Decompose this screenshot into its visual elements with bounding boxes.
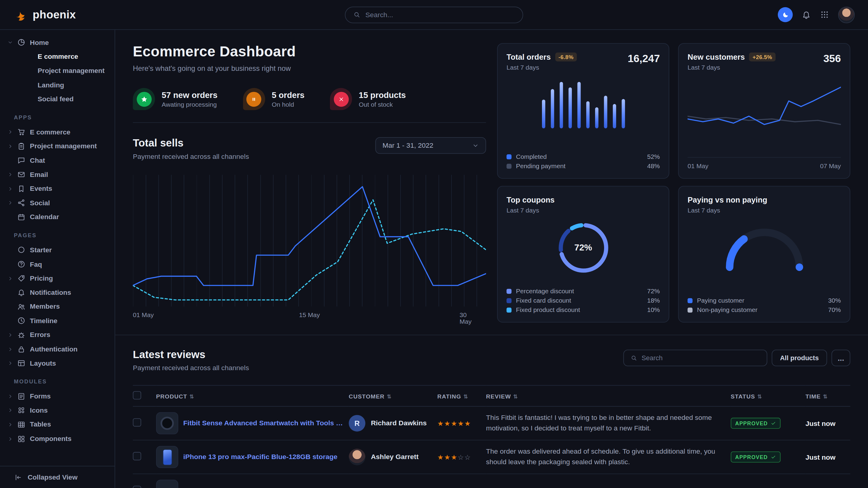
caret-right-icon	[8, 332, 13, 337]
select-all-header	[133, 385, 156, 406]
sidebar-item-timeline[interactable]: Timeline	[7, 314, 111, 328]
row-checkbox[interactable]	[133, 452, 142, 460]
sidebar-item-social[interactable]: Social	[7, 196, 111, 210]
sidebar-item-forms[interactable]: Forms	[7, 389, 111, 403]
reviews-subtitle: Payment received across all channels	[133, 364, 249, 372]
sidebar-item-notifications[interactable]: Notifications	[7, 286, 111, 300]
x-tick-label: 01 May	[688, 163, 709, 169]
reviews-table: PRODUCT⇅ CUSTOMER⇅ RATING⇅ REVIEW⇅ STATU…	[133, 385, 850, 488]
collapse-view-button[interactable]: Collapsed View	[0, 466, 115, 488]
search-icon	[353, 11, 361, 19]
legend-value: 70%	[828, 306, 841, 313]
caret-right-icon	[8, 436, 13, 441]
sidebar-item-tables[interactable]: Tables	[7, 418, 111, 432]
select-all-checkbox[interactable]	[133, 391, 142, 400]
review-row	[133, 474, 850, 488]
sort-icon: ⇅	[823, 393, 828, 399]
col-product[interactable]: PRODUCT⇅	[156, 385, 349, 406]
legend-swatch	[688, 298, 693, 303]
row-checkbox[interactable]	[133, 486, 142, 488]
stat-value: 57 new orders	[162, 90, 217, 99]
total-sells-title: Total sells	[133, 137, 249, 149]
sidebar-item-starter[interactable]: Starter	[7, 243, 111, 257]
sidebar-item-label: Icons	[30, 406, 48, 415]
sidebar-item-authentication[interactable]: Authentication	[7, 342, 111, 356]
sidebar-item-chat[interactable]: Chat	[7, 154, 111, 168]
sidebar-item-label: Project management	[30, 142, 97, 150]
col-customer[interactable]: CUSTOMER⇅	[349, 385, 437, 406]
sidebar-item-label: Home	[30, 39, 49, 46]
orders-bar-chart	[506, 82, 660, 128]
sidebar-item-email[interactable]: Email	[7, 168, 111, 182]
total-sells-subtitle: Payment received across all channels	[133, 153, 249, 161]
collapse-icon	[14, 473, 22, 481]
sidebar-subitem-project-management[interactable]: Project management	[7, 64, 111, 78]
customer-avatar	[349, 449, 365, 465]
sidebar-item-icons[interactable]: Icons	[7, 403, 111, 418]
sort-icon: ⇅	[513, 393, 518, 399]
legend-value: 48%	[647, 163, 660, 169]
reviews-title: Latest reviews	[133, 349, 249, 360]
sidebar-subitem-social-feed[interactable]: Social feed	[7, 92, 111, 106]
sidebar-subitem-landing[interactable]: Landing	[7, 78, 111, 92]
sidebar-item-components[interactable]: Components	[7, 432, 111, 446]
sidebar-item-label: Tables	[30, 421, 51, 429]
product-link[interactable]: Fitbit Sense Advanced Smartwatch with To…	[183, 419, 344, 427]
order-bar	[550, 89, 554, 128]
total-sells-chart-svg	[133, 175, 486, 306]
sidebar-item-label: Email	[30, 171, 48, 178]
sidebar-subitem-e-commerce[interactable]: E commerce	[7, 50, 111, 64]
brand[interactable]: phoenix	[13, 7, 76, 22]
brand-name: phoenix	[33, 8, 76, 21]
reviews-search[interactable]	[623, 350, 767, 366]
date-range-select[interactable]: Mar 1 - 31, 2022	[375, 137, 486, 154]
stat-caption: Out of stock	[359, 101, 406, 108]
sidebar-item-label: Events	[30, 185, 52, 193]
more-options-button[interactable]: ...	[832, 350, 850, 366]
star-icon: ★	[437, 453, 444, 461]
total-sells-header: Total sells Payment received across all …	[133, 137, 486, 160]
reviews-search-input[interactable]	[642, 354, 760, 362]
sidebar-item-events[interactable]: Events	[7, 182, 111, 196]
cart-icon	[17, 128, 26, 136]
legend-item-completed: Completed52%	[506, 153, 660, 160]
sidebar-item-project-management[interactable]: Project management	[7, 139, 111, 154]
sidebar-item-e-commerce[interactable]: E commerce	[7, 125, 111, 139]
sidebar-item-members[interactable]: Members	[7, 300, 111, 314]
user-avatar[interactable]	[838, 6, 855, 23]
row-checkbox[interactable]	[133, 418, 142, 426]
x-tick-label: 01 May	[133, 312, 154, 318]
chevron-down-icon	[472, 142, 479, 149]
check-icon	[771, 421, 776, 426]
new-customers-card: New customers +26.5% Last 7 days 356 01 …	[678, 43, 850, 179]
star-icon: ☆	[458, 453, 464, 461]
col-status[interactable]: STATUS⇅	[731, 385, 806, 406]
col-rating[interactable]: RATING⇅	[437, 385, 486, 406]
status-badge: APPROVED	[731, 418, 780, 429]
top-coupons-card: Top coupons Last 7 days 72% Percentage d…	[497, 186, 669, 323]
sidebar-item-layouts[interactable]: Layouts	[7, 356, 111, 370]
caret-right-icon	[8, 276, 13, 281]
caret-right-icon	[8, 347, 13, 352]
global-search[interactable]	[345, 6, 523, 23]
all-products-button[interactable]: All products	[772, 350, 827, 366]
tag-icon	[17, 274, 26, 283]
col-time[interactable]: TIME⇅	[806, 385, 850, 406]
theme-toggle-button[interactable]	[778, 7, 793, 22]
review-text: This Fitbit is fantastic! I was trying t…	[486, 413, 724, 434]
sidebar-item-errors[interactable]: Errors	[7, 328, 111, 342]
product-link[interactable]: iPhone 13 pro max-Pacific Blue-128GB sto…	[183, 453, 338, 461]
order-bar	[613, 104, 616, 128]
paying-legend: Paying customer30%Non-paying customer70%	[688, 297, 841, 313]
sidebar-item-pricing[interactable]: Pricing	[7, 271, 111, 286]
col-review[interactable]: REVIEW⇅	[486, 385, 731, 406]
legend-swatch	[506, 163, 512, 168]
notifications-button[interactable]	[802, 10, 811, 19]
top-navbar: phoenix	[0, 0, 868, 30]
apps-menu-button[interactable]	[820, 10, 829, 19]
stat-value: 5 orders	[272, 90, 305, 99]
sidebar-item-calendar[interactable]: Calendar	[7, 210, 111, 224]
sidebar-item-home[interactable]: Home	[7, 35, 111, 50]
global-search-input[interactable]	[365, 11, 515, 19]
sidebar-item-faq[interactable]: Faq	[7, 257, 111, 271]
